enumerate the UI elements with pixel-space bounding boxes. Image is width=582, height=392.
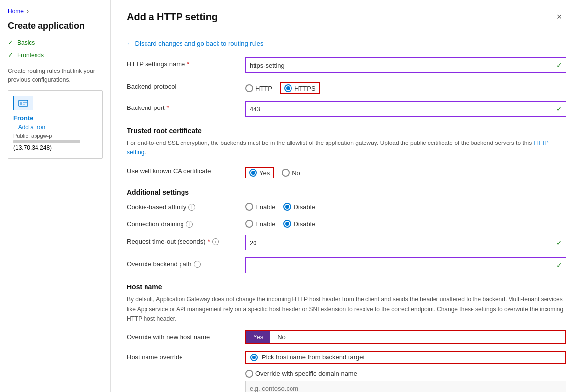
required-marker: * [167, 104, 169, 111]
override-toggle-group: Yes No [245, 330, 566, 344]
protocol-https-label: HTTPS [294, 85, 316, 92]
http-settings-name-row: HTTP settings name * ✓ [127, 57, 566, 73]
cookie-disable-option[interactable]: Disable [283, 203, 315, 211]
card-public-label: Public: appgw-p [13, 133, 97, 139]
panel-header: Add a HTTP setting × [111, 0, 582, 32]
host-name-override-label: Host name override [127, 351, 245, 361]
backend-port-input[interactable] [245, 101, 566, 117]
toggle-no-button[interactable]: No [270, 331, 292, 343]
cookie-affinity-control: Enable Disable [245, 200, 566, 211]
request-timeout-control: ✓ [245, 235, 566, 250]
well-known-ca-label: Use well known CA certificate [127, 164, 245, 175]
required-marker: * [187, 60, 189, 68]
drain-disable-label: Disable [293, 220, 315, 228]
close-button[interactable]: × [552, 10, 566, 24]
drain-enable-radio[interactable] [245, 220, 253, 228]
domain-placeholder-input[interactable] [245, 381, 566, 392]
cookie-info-icon[interactable]: i [188, 204, 195, 211]
well-known-yes-box[interactable]: Yes [245, 167, 274, 178]
card-ip-bar [13, 140, 80, 143]
protocol-http-label: HTTP [255, 85, 272, 92]
panel-body: ← Discard changes and go back to routing… [111, 32, 582, 392]
host-name-desc: By default, Application Gateway does not… [127, 295, 566, 323]
override-host-name-label: Override with new host name [127, 330, 245, 341]
http-setting-link[interactable]: HTTP setting [127, 140, 549, 156]
cookie-disable-radio[interactable] [283, 203, 291, 211]
override-backend-path-label: Override backend path i [127, 257, 245, 268]
override-host-name-control: Yes No [245, 330, 566, 344]
protocol-https-box[interactable]: HTTPS [280, 82, 320, 94]
override-specific-domain-option[interactable]: Override with specific domain name [245, 370, 357, 378]
pick-host-name-label: Pick host name from backend target [262, 354, 364, 361]
well-known-no-label: No [292, 169, 300, 177]
http-settings-name-input[interactable] [245, 57, 566, 73]
panel-title: Add a HTTP setting [127, 11, 218, 23]
well-known-no-option[interactable]: No [282, 169, 300, 177]
well-known-ca-control: Yes No [245, 164, 566, 178]
request-timeout-label: Request time-out (seconds) * i [127, 235, 245, 245]
toggle-yes-button[interactable]: Yes [246, 331, 270, 343]
host-name-header: Host name [127, 283, 566, 291]
sidebar: Home › Create application ✓ Basics ✓ Fro… [0, 0, 111, 392]
well-known-ca-radio-group: Yes No [245, 164, 566, 178]
host-name-override-control: Pick host name from backend target Overr… [245, 351, 566, 392]
connection-draining-radio-group: Enable Disable [245, 217, 566, 228]
request-timeout-input[interactable] [245, 235, 566, 250]
backend-port-control: ✓ [245, 101, 566, 117]
main-panel: Add a HTTP setting × ← Discard changes a… [111, 0, 582, 392]
drain-enable-option[interactable]: Enable [245, 220, 275, 228]
drain-disable-option[interactable]: Disable [283, 220, 315, 228]
trusted-root-cert-desc: For end-to-end SSL encryption, the backe… [127, 139, 566, 157]
backend-protocol-radio-group: HTTP HTTPS [245, 80, 566, 94]
override-backend-path-control: ✓ [245, 257, 566, 273]
connection-draining-row: Connection draining i Enable Disable [127, 217, 566, 228]
input-check-icon: ✓ [556, 61, 562, 69]
protocol-https-radio[interactable] [284, 84, 292, 92]
breadcrumb-home[interactable]: Home [8, 8, 24, 15]
card-title: Fronte [13, 114, 97, 122]
pick-host-name-radio[interactable] [250, 354, 258, 361]
page-title: Create application [0, 21, 110, 39]
add-frontend-link[interactable]: + Add a fron [13, 124, 97, 131]
draining-info-icon[interactable]: i [186, 221, 193, 228]
svg-rect-1 [20, 102, 22, 105]
sidebar-card: Fronte + Add a fron Public: appgw-p (13.… [8, 90, 103, 159]
timeout-info-icon[interactable]: i [212, 238, 219, 245]
cookie-enable-option[interactable]: Enable [245, 203, 275, 211]
host-name-override-row: Host name override Pick host name from b… [127, 351, 566, 392]
step-frontends-label: Frontends [17, 52, 44, 59]
drain-disable-radio[interactable] [283, 220, 291, 228]
well-known-no-radio[interactable] [282, 169, 290, 177]
cookie-affinity-radio-group: Enable Disable [245, 200, 566, 211]
override-specific-domain-label: Override with specific domain name [255, 370, 357, 377]
step-frontends: ✓ Frontends [8, 51, 103, 59]
cookie-affinity-row: Cookie-based affinity i Enable Disable [127, 200, 566, 211]
breadcrumb: Home › [0, 8, 110, 21]
additional-settings-header: Additional settings [127, 188, 566, 196]
sidebar-desc: Create routing rules that link your prev… [0, 67, 110, 84]
well-known-yes-label: Yes [259, 169, 270, 177]
backend-protocol-label: Backend protocol [127, 80, 245, 90]
override-backend-path-row: Override backend path i ✓ [127, 257, 566, 273]
breadcrumb-separator: › [27, 8, 29, 15]
connection-draining-label: Connection draining i [127, 217, 245, 228]
cookie-enable-radio[interactable] [245, 203, 253, 211]
sidebar-steps: ✓ Basics ✓ Frontends [0, 39, 110, 59]
override-specific-domain-radio[interactable] [245, 370, 253, 378]
override-backend-path-input[interactable] [245, 257, 566, 273]
protocol-http-option[interactable]: HTTP [245, 84, 272, 92]
trusted-root-cert-header: Trusted root certificate [127, 127, 566, 135]
pick-host-name-row[interactable]: Pick host name from backend target [245, 351, 566, 364]
timeout-check-icon: ✓ [556, 239, 562, 247]
back-link[interactable]: ← Discard changes and go back to routing… [127, 40, 264, 47]
backend-port-row: Backend port * ✓ [127, 101, 566, 117]
well-known-yes-radio[interactable] [249, 169, 257, 177]
required-marker: * [208, 238, 210, 245]
port-check-icon: ✓ [556, 105, 562, 113]
protocol-http-radio[interactable] [245, 84, 253, 92]
drain-enable-label: Enable [255, 220, 275, 228]
svg-rect-2 [23, 102, 27, 103]
path-check-icon: ✓ [556, 261, 562, 269]
backend-protocol-control: HTTP HTTPS [245, 80, 566, 94]
path-info-icon[interactable]: i [194, 261, 201, 268]
